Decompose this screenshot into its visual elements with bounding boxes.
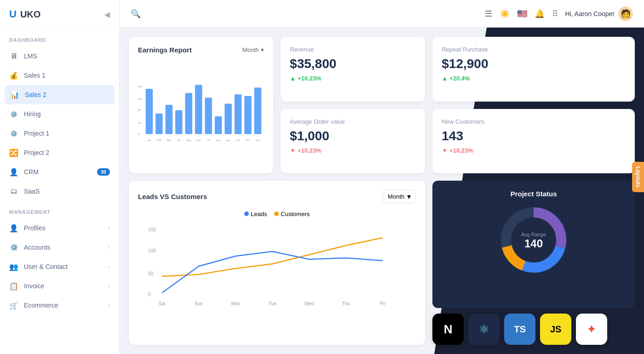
revenue-value: $35,800 — [290, 57, 416, 71]
sidebar-item-profiles[interactable]: 👤 Profiles › — [0, 218, 119, 238]
project1-icon: ⚙️ — [9, 129, 18, 138]
sidebar-item-label: Invoice — [24, 282, 44, 290]
project-status-card: Project Status Avg Range — [432, 181, 635, 308]
sidebar-item-project2[interactable]: 🔀 Project 2 — [0, 143, 119, 162]
hiring-icon: ⚙️ — [9, 109, 18, 119]
invoice-icon: 📋 — [9, 281, 18, 291]
main-area: 🔍 ☰ ☀️ 🇺🇸 🔔 ⠿ Hi, Aaron Cooper 🧑 — [120, 0, 644, 354]
sidebar-item-label: SaaS — [24, 188, 40, 195]
sales2-icon: 📊 — [10, 90, 19, 99]
content-body: Revenue $35,800 ▲ +10.23% Repeat Purchas… — [120, 28, 644, 354]
revenue-change: ▲ +10.23% — [290, 75, 416, 82]
svg-text:0: 0 — [138, 132, 140, 135]
sidebar-item-crm[interactable]: 👤 CRM 30 — [0, 162, 119, 182]
svg-text:100: 100 — [148, 248, 156, 253]
project-donut-chart: Avg Range 140 — [497, 203, 570, 277]
earnings-card: Earnings Report Month ▾ 15k 11k 8k 4k 0 — [129, 37, 273, 173]
sidebar-item-hiring[interactable]: ⚙️ Hiring — [0, 104, 119, 124]
menu-icon[interactable]: ☰ — [485, 9, 492, 19]
sidebar-item-project1[interactable]: ⚙️ Project 1 — [0, 124, 119, 143]
svg-rect-7 — [155, 114, 162, 134]
svg-text:Apr: Apr — [177, 139, 181, 142]
earnings-title: Earnings Report — [138, 46, 192, 54]
flag-icon[interactable]: 🇺🇸 — [517, 9, 527, 19]
revenue-card: Revenue $35,800 ▲ +10.23% — [281, 37, 425, 102]
user-contact-icon: 👥 — [9, 262, 18, 271]
svg-text:8k: 8k — [138, 108, 141, 111]
leads-legend: Leads Customers — [138, 211, 416, 217]
svg-text:May: May — [186, 139, 191, 142]
sidebar-item-invoice[interactable]: 📋 Invoice › — [0, 276, 119, 296]
project2-icon: 🔀 — [9, 148, 18, 157]
up-arrow-icon: ▲ — [442, 75, 448, 82]
chevron-right-icon: › — [108, 225, 110, 231]
svg-rect-27 — [254, 87, 261, 134]
svg-text:Feb: Feb — [157, 139, 161, 142]
ecommerce-icon: 🛒 — [9, 301, 18, 310]
apps-grid-icon[interactable]: ⠿ — [552, 9, 558, 19]
notification-bell-icon[interactable]: 🔔 — [535, 9, 545, 19]
sidebar-header: U UKO ◀ — [0, 0, 119, 29]
sidebar-item-saas[interactable]: 🗂 SaaS — [0, 182, 119, 201]
svg-rect-13 — [185, 93, 192, 134]
logo-text: UKO — [20, 9, 40, 20]
svg-rect-19 — [215, 116, 222, 134]
logo: U UKO — [9, 8, 40, 20]
search-icon: 🔍 — [131, 9, 141, 19]
svg-text:4k: 4k — [138, 122, 141, 125]
theme-icon[interactable]: ☀️ — [500, 9, 510, 19]
customers-legend-item: Customers — [274, 211, 310, 217]
saas-icon: 🗂 — [9, 187, 18, 196]
svg-text:Dec: Dec — [256, 139, 260, 142]
svg-text:Avg Range: Avg Range — [521, 232, 546, 237]
sidebar-item-label: Project 1 — [24, 130, 49, 137]
leads-header: Leads VS Customers Month ▾ — [138, 190, 416, 203]
svg-text:140: 140 — [524, 237, 543, 250]
sidebar-item-accounts[interactable]: ⚙️ Accounts › — [0, 238, 119, 257]
sidebar-item-label: Sales 2 — [25, 91, 46, 98]
sidebar-item-label: LMS — [24, 52, 37, 60]
svg-text:Jun: Jun — [196, 139, 201, 142]
svg-rect-25 — [244, 96, 251, 134]
search-area: 🔍 — [131, 9, 477, 19]
sales1-icon: 💰 — [9, 71, 18, 80]
sidebar-item-ecommerce[interactable]: 🛒 Ecommerce › — [0, 296, 119, 315]
header-actions: ☰ ☀️ 🇺🇸 🔔 ⠿ Hi, Aaron Cooper 🧑 — [485, 6, 633, 21]
svg-text:Mon: Mon — [231, 301, 240, 306]
accounts-icon: ⚙️ — [9, 243, 18, 252]
svg-text:Sep: Sep — [226, 139, 230, 142]
svg-text:Wed: Wed — [305, 301, 314, 306]
new-customers-change: ▼ +10.23% — [442, 147, 626, 154]
svg-text:50: 50 — [148, 271, 154, 276]
chevron-right-icon: › — [108, 263, 110, 270]
layouts-tab[interactable]: Layouts — [632, 162, 644, 192]
avg-order-change: ▼ +10.23% — [290, 147, 416, 154]
greeting-text: Hi, Aaron Cooper — [565, 10, 615, 17]
leads-legend-item: Leads — [244, 211, 267, 217]
sidebar-collapse-button[interactable]: ◀ — [104, 10, 110, 19]
avg-order-value: $1,000 — [290, 129, 416, 143]
sidebar-item-sales1[interactable]: 💰 Sales 1 — [0, 66, 119, 85]
sidebar-item-label: User & Contact — [24, 263, 68, 270]
svg-rect-15 — [195, 85, 202, 134]
svg-text:Oct: Oct — [236, 139, 240, 142]
svg-text:Sat: Sat — [159, 301, 166, 306]
sidebar-item-sales2[interactable]: 📊 Sales 2 — [5, 85, 115, 104]
sidebar-item-label: CRM — [24, 168, 39, 176]
crm-badge: 30 — [97, 168, 110, 176]
management-section-label: MANAGEMENT — [0, 201, 119, 218]
svg-text:Thu: Thu — [342, 301, 350, 306]
svg-text:Aug: Aug — [216, 139, 221, 142]
sidebar-item-user-contact[interactable]: 👥 User & Contact › — [0, 257, 119, 276]
repeat-purchase-change: ▲ +20.4% — [442, 75, 626, 82]
repeat-purchase-card: Repeat Purchase $12,900 ▲ +20.4% — [432, 37, 635, 102]
leads-period-selector[interactable]: Month ▾ — [383, 190, 416, 203]
up-arrow-icon: ▲ — [290, 75, 296, 82]
project-status-col: Project Status Avg Range — [432, 181, 635, 345]
figma-icon: ✦ — [576, 314, 607, 345]
avg-order-card: Average Order value $1,000 ▼ +10.23% — [281, 109, 425, 174]
month-selector[interactable]: Month ▾ — [242, 46, 264, 53]
sidebar-item-label: Hiring — [24, 110, 41, 118]
sidebar-item-lms[interactable]: 🖥 LMS — [0, 46, 119, 66]
svg-text:11k: 11k — [138, 97, 143, 100]
